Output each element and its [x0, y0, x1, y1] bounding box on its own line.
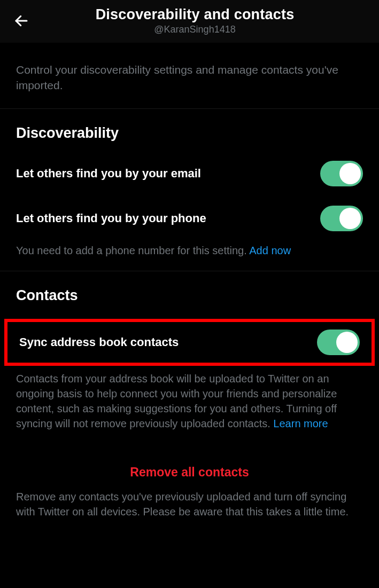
user-handle: @KaranSingh1418: [154, 24, 235, 35]
add-phone-link[interactable]: Add now: [249, 245, 291, 256]
find-by-email-toggle[interactable]: [320, 161, 363, 186]
contacts-heading: Contacts: [0, 271, 379, 313]
sync-contacts-label: Sync address book contacts: [19, 335, 308, 349]
learn-more-link[interactable]: Learn more: [273, 418, 328, 429]
phone-note-text: You need to add a phone number for this …: [16, 245, 249, 256]
sync-contacts-desc: Contacts from your address book will be …: [0, 369, 379, 444]
remove-contacts-row: Remove all contacts: [0, 444, 379, 487]
discoverability-heading: Discoverability: [0, 109, 379, 151]
sync-contacts-row: Sync address book contacts: [4, 319, 375, 366]
page-title: Discoverability and contacts: [96, 6, 295, 23]
find-by-phone-row: Let others find you by your phone: [0, 196, 379, 241]
find-by-email-row: Let others find you by your email: [0, 151, 379, 196]
remove-all-contacts-button[interactable]: Remove all contacts: [130, 465, 249, 479]
header: Discoverability and contacts @KaranSingh…: [0, 0, 379, 43]
phone-note: You need to add a phone number for this …: [0, 241, 379, 271]
find-by-phone-label: Let others find you by your phone: [16, 211, 312, 225]
find-by-email-label: Let others find you by your email: [16, 167, 312, 181]
remove-contacts-desc: Remove any contacts you've previously up…: [0, 487, 379, 532]
sync-contacts-toggle[interactable]: [317, 330, 360, 355]
intro-text: Control your discoverability settings an…: [0, 43, 379, 109]
find-by-phone-toggle[interactable]: [320, 206, 363, 231]
